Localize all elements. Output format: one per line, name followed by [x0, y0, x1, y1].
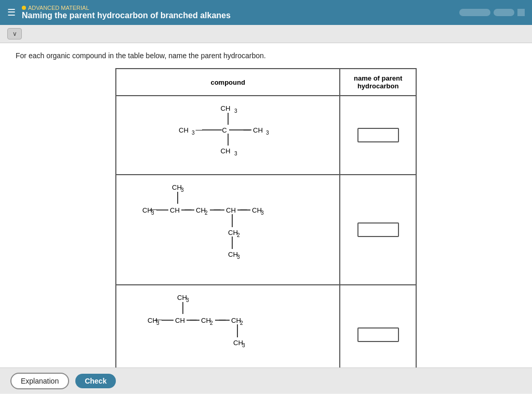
compound-cell-3: CH 3 CH 3 CH — [116, 285, 340, 367]
col-answer-header: name of parenthydrocarbon — [340, 69, 416, 96]
svg-text:3: 3 — [266, 130, 269, 136]
table-row: CH 3 C CH 3 CH — [116, 96, 416, 175]
svg-text:—: — — [214, 205, 220, 213]
svg-text:2: 2 — [205, 210, 208, 216]
svg-text:C: C — [222, 126, 227, 134]
header-title-area: ADVANCED MATERIAL Naming the parent hydr… — [22, 5, 231, 20]
svg-text:—: — — [184, 205, 191, 213]
svg-text:CH: CH — [231, 317, 241, 324]
check-button[interactable]: Check — [75, 374, 116, 388]
svg-text:—: — — [240, 205, 247, 213]
svg-text:CH: CH — [172, 183, 182, 191]
table-row: CH 3 CH 3 CH — [116, 285, 416, 367]
svg-text:2: 2 — [237, 232, 240, 238]
svg-text:—: — — [219, 316, 225, 323]
chevron-down-icon: ∨ — [12, 30, 17, 37]
svg-text:—: — — [243, 126, 250, 134]
answer-input-3[interactable] — [357, 327, 399, 342]
svg-text:CH: CH — [201, 317, 211, 324]
svg-text:—: — — [190, 316, 196, 323]
structure-svg-2: CH 3 CH 3 CH — [140, 180, 316, 279]
svg-text:CH: CH — [220, 104, 230, 112]
svg-text:CH: CH — [252, 206, 262, 214]
advanced-label: ADVANCED MATERIAL — [22, 5, 231, 11]
svg-text:3: 3 — [237, 254, 240, 260]
svg-text:CH: CH — [175, 317, 185, 324]
compound-table: compound name of parenthydrocarbon CH 3 … — [115, 68, 417, 367]
svg-text:3: 3 — [192, 130, 195, 136]
svg-text:—: — — [195, 126, 202, 134]
answer-cell-2 — [340, 175, 416, 285]
answer-cell-1 — [340, 96, 416, 175]
answer-cell-3 — [340, 285, 416, 367]
header: ☰ ADVANCED MATERIAL Naming the parent hy… — [0, 0, 532, 25]
header-square — [517, 9, 525, 16]
table-row: CH 3 CH 3 CH — [116, 175, 416, 285]
svg-text:3: 3 — [242, 343, 245, 348]
structure-svg-3: CH 3 CH 3 CH — [145, 291, 311, 367]
svg-text:CH: CH — [228, 229, 238, 237]
svg-text:3: 3 — [261, 210, 264, 216]
svg-text:3: 3 — [181, 187, 184, 193]
svg-text:2: 2 — [210, 320, 213, 326]
svg-text:CH: CH — [177, 294, 187, 301]
answer-input-2[interactable] — [357, 222, 399, 237]
svg-text:CH: CH — [228, 251, 238, 258]
menu-icon[interactable]: ☰ — [7, 8, 16, 17]
instructions-text: For each organic compound in the table b… — [16, 51, 516, 60]
bottom-bar: Explanation Check — [0, 367, 532, 393]
svg-text:CH: CH — [196, 206, 206, 214]
svg-text:CH: CH — [233, 339, 243, 347]
answer-input-1[interactable] — [357, 128, 399, 142]
compound-cell-2: CH 3 CH 3 CH — [116, 175, 340, 285]
header-pill-1 — [459, 9, 490, 16]
svg-text:2: 2 — [240, 320, 243, 326]
col-compound-header: compound — [116, 69, 340, 96]
explanation-button[interactable]: Explanation — [10, 373, 69, 389]
header-right-controls — [459, 9, 525, 16]
svg-text:3: 3 — [234, 151, 237, 156]
chevron-button[interactable]: ∨ — [7, 28, 22, 40]
svg-text:CH: CH — [226, 206, 236, 214]
content-area: For each organic compound in the table b… — [0, 43, 532, 367]
structure-svg-1: CH 3 C CH 3 CH — [176, 101, 280, 169]
svg-text:CH: CH — [170, 206, 180, 214]
page-title: Naming the parent hydrocarbon of branche… — [22, 11, 231, 20]
chevron-bar: ∨ — [0, 25, 532, 43]
svg-text:—: — — [150, 205, 156, 213]
svg-text:—: — — [155, 316, 162, 323]
svg-text:CH: CH — [253, 126, 263, 134]
svg-text:3: 3 — [186, 297, 189, 303]
svg-text:CH: CH — [220, 147, 230, 155]
header-pill-2 — [494, 9, 514, 16]
compound-cell-1: CH 3 C CH 3 CH — [116, 96, 340, 175]
svg-text:CH: CH — [179, 126, 189, 134]
svg-text:3: 3 — [234, 108, 237, 114]
dot-icon — [22, 6, 26, 10]
